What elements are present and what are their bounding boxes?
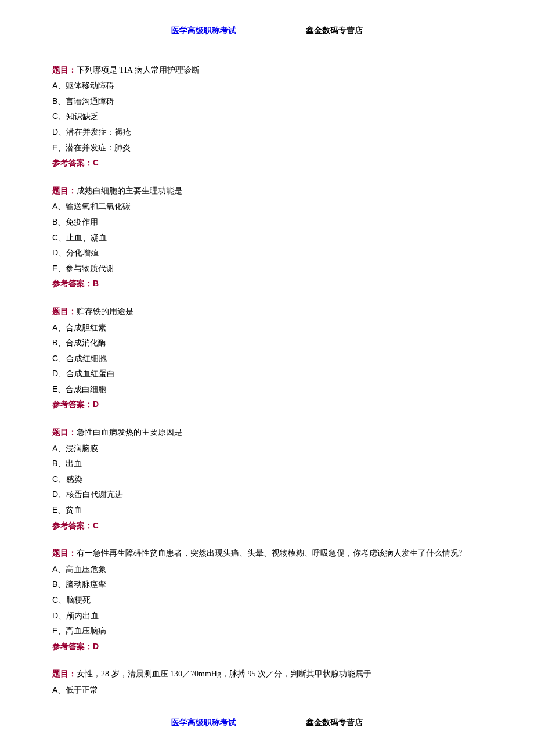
option: A、输送氧和二氧化碳	[52, 199, 482, 214]
header-right-text: 鑫金数码专营店	[306, 23, 363, 39]
option: D、核蛋白代谢亢进	[52, 487, 482, 502]
page-footer: 医学高级职称考试 鑫金数码专营店	[52, 715, 482, 734]
option: B、言语沟通障碍	[52, 93, 482, 109]
option: E、参与物质代谢	[52, 261, 482, 276]
option: D、潜在并发症：褥疮	[52, 124, 482, 140]
answer: 参考答案：D	[52, 397, 482, 412]
answer: 参考答案：C	[52, 518, 482, 534]
stem-label: 题目：	[52, 428, 77, 437]
question-stem-line: 题目：女性，28 岁，清晨测血压 130／70mmHg，脉搏 95 次／分，判断…	[52, 667, 482, 682]
stem-text: 急性白血病发热的主要原因是	[77, 428, 182, 437]
question-stem-line: 题目：急性白血病发热的主要原因是	[52, 425, 482, 441]
answer: 参考答案：C	[52, 155, 482, 171]
stem-text: 贮存铁的用途是	[77, 307, 134, 316]
answer: 参考答案：D	[52, 639, 482, 654]
stem-label: 题目：	[52, 66, 77, 74]
questions-container: 题目：下列哪项是 TIA 病人常用护理诊断A、躯体移动障碍B、言语沟通障碍C、知…	[52, 63, 482, 698]
option: B、出血	[52, 456, 482, 471]
stem-text: 有一急性再生障碍性贫血患者，突然出现头痛、头晕、视物模糊、呼吸急促，你考虑该病人…	[77, 549, 462, 557]
option: B、免疫作用	[52, 214, 482, 230]
stem-text: 成熟白细胞的主要生理功能是	[77, 186, 182, 195]
question-block: 题目：急性白血病发热的主要原因是A、浸润脑膜B、出血C、感染D、核蛋白代谢亢进E…	[52, 425, 482, 533]
option: C、合成红细胞	[52, 351, 482, 366]
question-block: 题目：下列哪项是 TIA 病人常用护理诊断A、躯体移动障碍B、言语沟通障碍C、知…	[52, 63, 482, 171]
header-link[interactable]: 医学高级职称考试	[171, 23, 236, 39]
option: C、感染	[52, 471, 482, 487]
stem-label: 题目：	[52, 186, 77, 195]
footer-right-text: 鑫金数码专营店	[306, 715, 363, 731]
question-block: 题目：贮存铁的用途是A、合成胆红素B、合成消化酶C、合成红细胞D、合成血红蛋白E…	[52, 304, 482, 412]
question-block: 题目：成熟白细胞的主要生理功能是A、输送氧和二氧化碳B、免疫作用C、止血、凝血D…	[52, 183, 482, 291]
stem-label: 题目：	[52, 669, 77, 678]
question-stem-line: 题目：下列哪项是 TIA 病人常用护理诊断	[52, 63, 482, 78]
option: D、分化增殖	[52, 245, 482, 261]
footer-link[interactable]: 医学高级职称考试	[171, 715, 236, 731]
question-stem-line: 题目：成熟白细胞的主要生理功能是	[52, 183, 482, 199]
option: C、止血、凝血	[52, 230, 482, 246]
question-stem-line: 题目：有一急性再生障碍性贫血患者，突然出现头痛、头晕、视物模糊、呼吸急促，你考虑…	[52, 546, 482, 561]
answer: 参考答案：B	[52, 276, 482, 291]
option: E、贫血	[52, 502, 482, 518]
stem-text: 下列哪项是 TIA 病人常用护理诊断	[77, 66, 200, 74]
option: C、知识缺乏	[52, 109, 482, 124]
option: A、高血压危象	[52, 561, 482, 577]
option: D、颅内出血	[52, 608, 482, 624]
question-stem-line: 题目：贮存铁的用途是	[52, 304, 482, 320]
option: B、脑动脉痉挛	[52, 577, 482, 592]
question-block: 题目：女性，28 岁，清晨测血压 130／70mmHg，脉搏 95 次／分，判断…	[52, 667, 482, 697]
stem-text: 女性，28 岁，清晨测血压 130／70mmHg，脉搏 95 次／分，判断其甲状…	[77, 669, 371, 678]
option: A、低于正常	[52, 682, 482, 698]
option: A、浸润脑膜	[52, 441, 482, 456]
question-block: 题目：有一急性再生障碍性贫血患者，突然出现头痛、头晕、视物模糊、呼吸急促，你考虑…	[52, 546, 482, 654]
page-header: 医学高级职称考试 鑫金数码专营店	[52, 23, 482, 39]
option: E、潜在并发症：肺炎	[52, 140, 482, 156]
header-divider	[52, 42, 482, 42]
option: D、合成血红蛋白	[52, 366, 482, 381]
option: A、躯体移动障碍	[52, 78, 482, 93]
option: E、高血压脑病	[52, 623, 482, 639]
option: E、合成白细胞	[52, 381, 482, 397]
option: B、合成消化酶	[52, 335, 482, 351]
option: A、合成胆红素	[52, 320, 482, 336]
option: C、脑梗死	[52, 592, 482, 608]
stem-label: 题目：	[52, 307, 77, 316]
stem-label: 题目：	[52, 549, 77, 557]
